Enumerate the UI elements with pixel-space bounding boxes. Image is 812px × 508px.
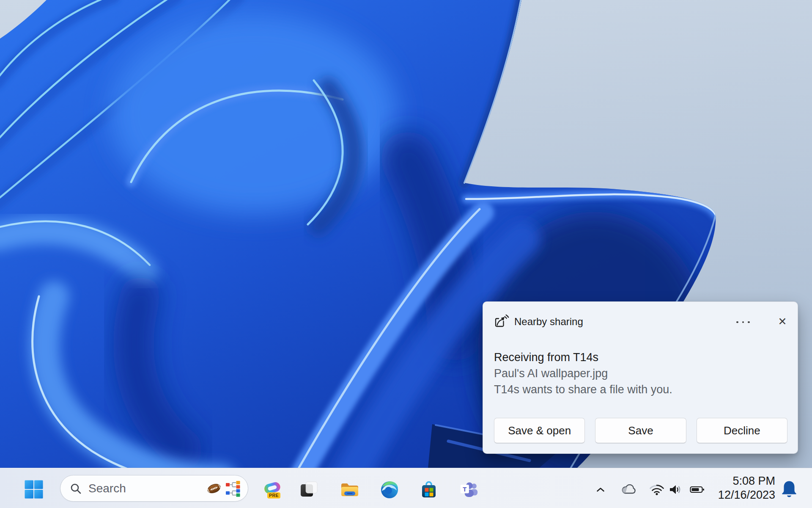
file-explorer-icon <box>340 480 359 500</box>
desktop: Nearby sharing ✕ Receiving from T14s Pau… <box>0 0 812 508</box>
nearby-sharing-icon <box>492 313 509 330</box>
save-button[interactable]: Save <box>595 418 686 443</box>
chevron-up-icon[interactable] <box>596 487 605 492</box>
svg-text:T: T <box>463 486 466 493</box>
copilot-icon: PRE <box>263 480 282 500</box>
more-options-icon[interactable] <box>733 317 753 327</box>
clock-time: 5:08 PM <box>715 474 775 488</box>
task-view-icon <box>299 480 319 500</box>
toast-actions: Save & open Save Decline <box>494 418 787 443</box>
taskbar-app-edge[interactable] <box>380 480 399 500</box>
microsoft-store-icon <box>419 480 439 500</box>
start-button[interactable] <box>24 480 44 499</box>
toast-heading: Receiving from T14s <box>494 349 782 365</box>
nearby-sharing-toast[interactable]: Nearby sharing ✕ Receiving from T14s Pau… <box>483 301 798 454</box>
battery-icon[interactable] <box>690 486 705 494</box>
toast-title: Nearby sharing <box>514 315 583 329</box>
toast-message: T14s wants to share a file with you. <box>494 381 782 398</box>
taskbar-app-microsoft-store[interactable] <box>419 480 439 500</box>
svg-text:PRE: PRE <box>269 493 279 498</box>
search-input[interactable]: Search <box>60 475 248 502</box>
taskbar-app-teams[interactable]: T <box>459 480 478 500</box>
search-placeholder: Search <box>88 482 206 495</box>
volume-icon[interactable] <box>669 484 682 495</box>
clock-date: 12/16/2023 <box>715 488 775 502</box>
toast-filename: Paul's AI wallpaper.jpg <box>494 365 782 381</box>
teams-icon: T <box>459 480 478 500</box>
notification-bell-icon[interactable] <box>782 480 797 498</box>
taskbar-app-copilot[interactable]: PRE <box>263 480 282 500</box>
edge-icon <box>380 480 399 500</box>
wifi-icon[interactable] <box>649 484 664 495</box>
football-icon <box>206 482 222 495</box>
playoff-bracket-icon <box>225 480 241 497</box>
decline-button[interactable]: Decline <box>697 418 787 443</box>
taskbar-clock[interactable]: 5:08 PM 12/16/2023 <box>715 474 775 502</box>
close-icon[interactable]: ✕ <box>774 313 791 330</box>
taskbar-app-file-explorer[interactable] <box>340 480 359 500</box>
taskbar-app-task-view[interactable] <box>299 480 319 500</box>
save-and-open-button[interactable]: Save & open <box>494 418 585 443</box>
search-icon <box>70 483 82 494</box>
onedrive-cloud-icon[interactable] <box>621 484 636 495</box>
taskbar: Search <box>0 468 812 508</box>
windows-start-icon <box>24 480 44 499</box>
